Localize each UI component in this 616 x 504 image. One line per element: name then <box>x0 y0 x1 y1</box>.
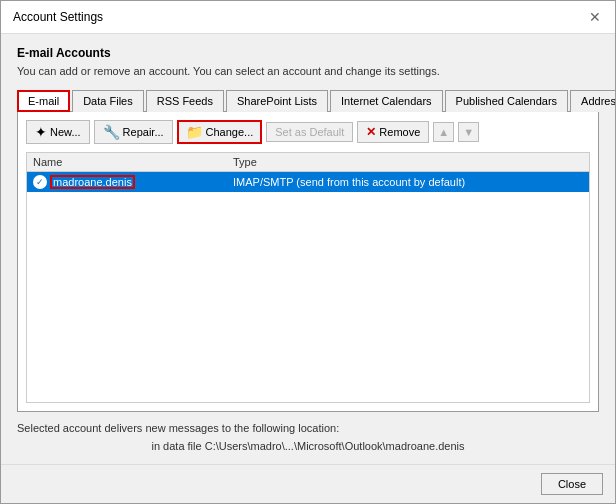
tab-sharepoint-label: SharePoint Lists <box>237 95 317 107</box>
change-button[interactable]: 📁 Change... <box>177 120 263 144</box>
email-panel: ✦ New... 🔧 Repair... 📁 Change... Set as … <box>17 112 599 412</box>
remove-button[interactable]: ✕ Remove <box>357 121 429 143</box>
bottom-bar: Close <box>1 464 615 503</box>
account-table: Name Type ✓ madroane.denis IMAP/SMTP (se… <box>26 152 590 403</box>
account-settings-window: Account Settings ✕ E-mail Accounts You c… <box>0 0 616 504</box>
set-default-label: Set as Default <box>275 126 344 138</box>
tab-internet-cal[interactable]: Internet Calendars <box>330 90 443 112</box>
tab-rss-feeds-label: RSS Feeds <box>157 95 213 107</box>
checkmark-symbol: ✓ <box>36 177 44 187</box>
remove-label: Remove <box>379 126 420 138</box>
tab-email-label: E-mail <box>28 95 59 107</box>
table-body: ✓ madroane.denis IMAP/SMTP (send from th… <box>27 172 589 192</box>
repair-label: Repair... <box>123 126 164 138</box>
tab-rss-feeds[interactable]: RSS Feeds <box>146 90 224 112</box>
tab-internet-cal-label: Internet Calendars <box>341 95 432 107</box>
tab-published-cal-label: Published Calendars <box>456 95 558 107</box>
close-dialog-button[interactable]: Close <box>541 473 603 495</box>
toolbar: ✦ New... 🔧 Repair... 📁 Change... Set as … <box>26 120 590 144</box>
title-bar: Account Settings ✕ <box>1 1 615 34</box>
change-icon: 📁 <box>186 124 203 140</box>
move-down-button[interactable]: ▼ <box>458 122 479 142</box>
row-name-cell: ✓ madroane.denis <box>33 175 233 189</box>
tab-data-files[interactable]: Data Files <box>72 90 144 112</box>
table-row[interactable]: ✓ madroane.denis IMAP/SMTP (send from th… <box>27 172 589 192</box>
footer-info: Selected account delivers new messages t… <box>17 422 599 434</box>
row-type-cell: IMAP/SMTP (send from this account by def… <box>233 176 583 188</box>
content-area: E-mail Accounts You can add or remove an… <box>1 34 615 464</box>
new-label: New... <box>50 126 81 138</box>
move-up-icon: ▲ <box>438 126 449 138</box>
table-header: Name Type <box>27 153 589 172</box>
window-close-button[interactable]: ✕ <box>587 9 603 25</box>
change-label: Change... <box>206 126 254 138</box>
tab-sharepoint[interactable]: SharePoint Lists <box>226 90 328 112</box>
tabs-container: E-mail Data Files RSS Feeds SharePoint L… <box>17 89 599 112</box>
window-title: Account Settings <box>13 10 103 24</box>
section-title: E-mail Accounts <box>17 46 599 60</box>
column-header-name: Name <box>33 156 233 168</box>
repair-button[interactable]: 🔧 Repair... <box>94 120 173 144</box>
tab-data-files-label: Data Files <box>83 95 133 107</box>
move-down-icon: ▼ <box>463 126 474 138</box>
tab-email[interactable]: E-mail <box>17 90 70 112</box>
tab-address-books[interactable]: Address Books <box>570 90 615 112</box>
new-button[interactable]: ✦ New... <box>26 120 90 144</box>
remove-icon: ✕ <box>366 125 376 139</box>
column-header-type: Type <box>233 156 583 168</box>
account-name: madroane.denis <box>51 176 134 188</box>
repair-icon: 🔧 <box>103 124 120 140</box>
move-up-button[interactable]: ▲ <box>433 122 454 142</box>
set-default-button[interactable]: Set as Default <box>266 122 353 142</box>
footer-path: in data file C:\Users\madro\...\Microsof… <box>17 440 599 452</box>
account-check-icon: ✓ <box>33 175 47 189</box>
new-icon: ✦ <box>35 124 47 140</box>
section-description: You can add or remove an account. You ca… <box>17 64 599 79</box>
tab-address-books-label: Address Books <box>581 95 615 107</box>
tab-published-cal[interactable]: Published Calendars <box>445 90 569 112</box>
